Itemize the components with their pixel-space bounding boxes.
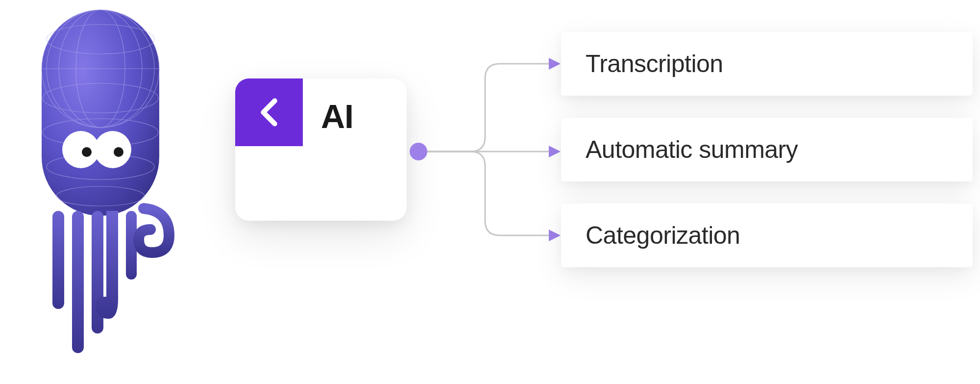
ai-card: AI: [235, 78, 407, 221]
connector-origin-dot: [410, 143, 427, 160]
svg-point-11: [62, 131, 99, 168]
feature-label: Transcription: [586, 50, 723, 78]
feature-label: Categorization: [586, 221, 740, 250]
svg-rect-15: [52, 211, 64, 309]
svg-point-13: [82, 147, 92, 157]
connector-lines: [407, 49, 564, 250]
svg-point-12: [94, 131, 131, 168]
features-list: Transcription Automatic summary Categori…: [561, 32, 973, 289]
octopus-mascot-icon: [22, 5, 179, 368]
chevron-left-icon: [252, 95, 286, 129]
diagram-container: AI Transcription Automatic summary Categ…: [0, 0, 980, 384]
feature-label: Automatic summary: [586, 135, 798, 164]
ai-label: AI: [321, 97, 353, 135]
svg-point-14: [114, 147, 123, 157]
feature-card-automatic-summary: Automatic summary: [561, 118, 973, 181]
feature-card-categorization: Categorization: [561, 204, 973, 267]
svg-rect-16: [72, 211, 84, 353]
ai-badge: [235, 78, 303, 146]
feature-card-transcription: Transcription: [561, 32, 973, 96]
